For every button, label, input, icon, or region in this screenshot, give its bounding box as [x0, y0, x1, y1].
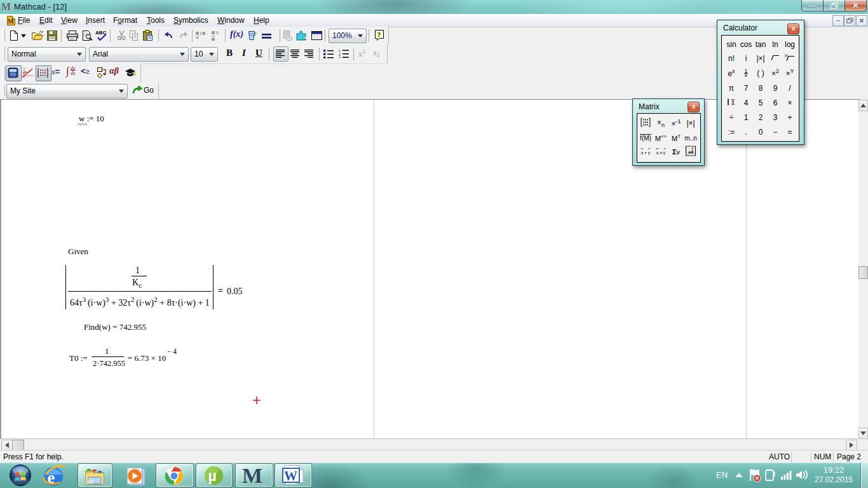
svg-text:x: x	[656, 149, 659, 155]
svg-text:x: x	[641, 149, 644, 155]
svg-text:n: n	[785, 53, 787, 58]
svg-text:×: ×	[660, 150, 663, 156]
svg-text:W: W	[284, 468, 297, 484]
svg-text:y: y	[663, 149, 666, 155]
svg-text:µ: µ	[208, 468, 217, 484]
svg-text:3: 3	[339, 56, 341, 58]
svg-text:?: ?	[377, 30, 381, 38]
svg-text:y: y	[648, 149, 651, 155]
svg-text:M: M	[8, 18, 14, 25]
